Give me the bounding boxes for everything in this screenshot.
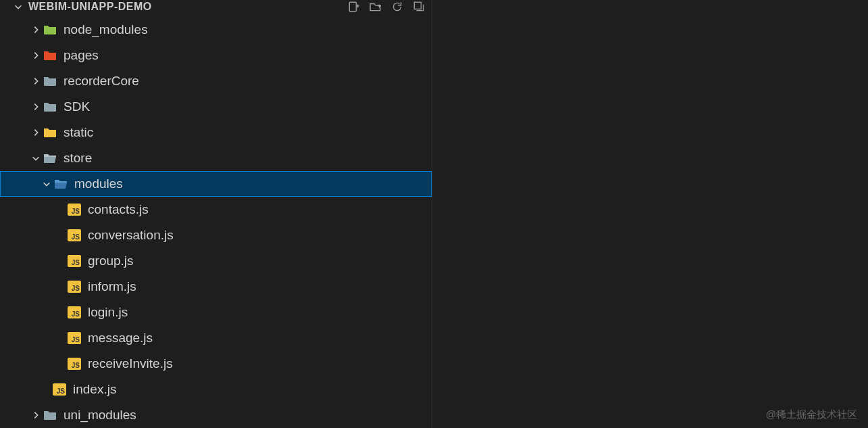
tree-item-label: receiveInvite.js (88, 356, 173, 371)
folder-icon (42, 101, 58, 113)
file-explorer-sidebar: WEBIM-UNIAPP-DEMO node_modules (0, 0, 432, 428)
js-file-icon: JS (66, 204, 82, 216)
tree-item-contacts-js[interactable]: JS contacts.js (0, 197, 432, 222)
tree-item-index-js[interactable]: JS index.js (0, 377, 432, 402)
tree-item-label: contacts.js (88, 202, 149, 217)
explorer-header: WEBIM-UNIAPP-DEMO (0, 0, 432, 17)
js-file-icon: JS (66, 332, 82, 344)
folder-icon (42, 24, 58, 36)
tree-item-label: pages (63, 48, 99, 63)
js-file-icon: JS (66, 306, 82, 318)
tree-item-pages[interactable]: pages (0, 43, 432, 68)
chevron-right-icon (30, 102, 42, 112)
js-file-icon: JS (66, 255, 82, 267)
tree-item-label: static (63, 125, 93, 140)
svg-rect-1 (414, 2, 421, 9)
tree-item-node-modules[interactable]: node_modules (0, 17, 432, 43)
tree-item-sdk[interactable]: SDK (0, 94, 432, 120)
svg-rect-0 (349, 2, 356, 11)
js-file-icon: JS (51, 383, 68, 396)
refresh-icon[interactable] (391, 1, 403, 13)
project-title-row[interactable]: WEBIM-UNIAPP-DEMO (12, 1, 152, 13)
tree-item-label: conversation.js (88, 228, 174, 243)
tree-item-message-js[interactable]: JS message.js (0, 325, 432, 351)
tree-item-label: group.js (88, 254, 134, 268)
tree-item-inform-js[interactable]: JS inform.js (0, 274, 432, 300)
chevron-right-icon (30, 25, 42, 34)
tree-item-receive-invite-js[interactable]: JS receiveInvite.js (0, 351, 432, 377)
chevron-down-icon (41, 179, 53, 189)
collapse-all-icon[interactable] (413, 1, 425, 13)
tree-item-recorder-core[interactable]: recorderCore (0, 68, 432, 94)
tree-item-label: store (63, 151, 92, 166)
watermark-text: @稀土掘金技术社区 (766, 408, 857, 421)
tree-item-label: recorderCore (63, 74, 139, 89)
chevron-right-icon (30, 51, 42, 60)
tree-item-group-js[interactable]: JS group.js (0, 248, 432, 274)
tree-item-label: node_modules (63, 22, 148, 37)
folder-icon (42, 49, 58, 62)
tree-item-login-js[interactable]: JS login.js (0, 300, 432, 325)
tree-item-label: modules (74, 176, 123, 191)
chevron-down-icon (12, 2, 24, 11)
chevron-right-icon (30, 128, 42, 137)
folder-icon (42, 75, 58, 87)
vscode-logo-icon (638, 71, 868, 358)
tree-item-label: SDK (63, 99, 90, 114)
tree-item-label: index.js (73, 382, 116, 397)
tree-item-store[interactable]: store (0, 145, 432, 171)
folder-icon (42, 409, 58, 421)
project-title: WEBIM-UNIAPP-DEMO (28, 1, 152, 13)
tree-item-label: inform.js (88, 279, 136, 294)
js-file-icon: JS (66, 281, 82, 293)
js-file-icon: JS (66, 229, 82, 241)
chevron-down-icon (30, 153, 42, 163)
new-file-icon[interactable] (348, 1, 360, 13)
tree-item-conversation-js[interactable]: JS conversation.js (0, 222, 432, 248)
new-folder-icon[interactable] (369, 1, 382, 13)
editor-empty-area: @稀土掘金技术社区 (432, 0, 868, 428)
chevron-right-icon (30, 76, 42, 86)
tree-item-modules[interactable]: modules (0, 171, 432, 197)
tree-item-static[interactable]: static (0, 120, 432, 145)
chevron-right-icon (30, 410, 42, 420)
tree-item-uni-modules[interactable]: uni_modules (0, 402, 432, 428)
folder-icon (42, 126, 58, 139)
js-file-icon: JS (66, 358, 82, 370)
explorer-actions (348, 1, 425, 13)
folder-open-icon (42, 152, 58, 164)
file-tree: node_modules pages recorderCore SDK stat… (0, 17, 432, 428)
folder-open-icon (53, 178, 69, 190)
tree-item-label: login.js (88, 305, 128, 320)
tree-item-label: message.js (88, 331, 153, 346)
tree-item-label: uni_modules (63, 408, 136, 423)
